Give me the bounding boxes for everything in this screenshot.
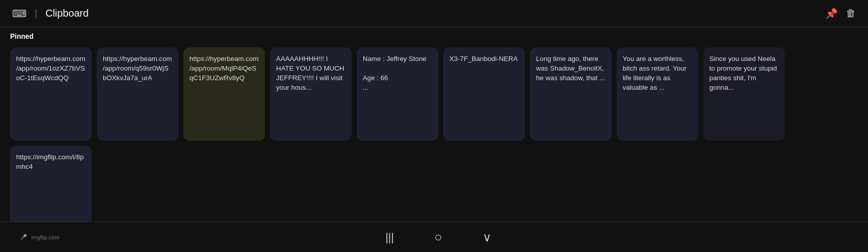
clip-text-5: Name : Jeffrey StoneAge : 66... <box>363 55 427 91</box>
clip-text-2: https://hyperbeam.com/app/room/q59sr0WjS… <box>103 55 172 82</box>
clip-text-10: https://imgflip.com/i/8pmhc4 <box>16 153 84 170</box>
bottom-nav: 🎤 imgflip.com ||| ○ ∨ <box>0 222 868 252</box>
nav-circle-icon[interactable]: ○ <box>434 229 442 245</box>
nav-bars-icon[interactable]: ||| <box>385 231 394 244</box>
trash-icon[interactable]: 🗑 <box>846 8 856 19</box>
clip-text-3: https://hyperbeam.com/app/room/MqlP4iQeS… <box>189 55 258 82</box>
clip-grid: https://hyperbeam.com/app/room/1ozXZ7bVS… <box>0 43 868 222</box>
header: ⌨ | Clipboard 📌 🗑 <box>0 0 868 27</box>
clip-card-1[interactable]: https://hyperbeam.com/app/room/1ozXZ7bVS… <box>10 47 92 141</box>
clip-text-1: https://hyperbeam.com/app/room/1ozXZ7bVS… <box>16 55 85 82</box>
clip-card-9[interactable]: Since you used Neela to promote your stu… <box>703 47 785 141</box>
clip-text-6: X3-7F_Banbodi-NERA <box>449 55 518 62</box>
mic-icon[interactable]: 🎤 <box>20 234 27 240</box>
keyboard-icon[interactable]: ⌨ <box>12 8 27 20</box>
clip-card-6[interactable]: X3-7F_Banbodi-NERA <box>443 47 525 141</box>
nav-chevron-icon[interactable]: ∨ <box>483 230 492 244</box>
clip-card-2[interactable]: https://hyperbeam.com/app/room/q59sr0WjS… <box>97 47 178 141</box>
source-label: imgflip.com <box>31 234 59 240</box>
header-icons: 📌 🗑 <box>825 8 856 20</box>
clip-card-8[interactable]: You are a worthless, bitch ass retard. Y… <box>617 47 698 141</box>
clip-text-4: AAAAAHHHH!!! I HATE YOU SO MUCH JEFFREY!… <box>276 55 344 91</box>
clip-card-3[interactable]: https://hyperbeam.com/app/room/MqlP4iQeS… <box>183 47 265 141</box>
pin-icon[interactable]: 📌 <box>825 8 838 20</box>
section-label: Pinned <box>0 27 868 43</box>
clip-text-7: Long time ago, there was Shadow_BenoitX,… <box>536 55 605 82</box>
clip-text-8: You are a worthless, bitch ass retard. Y… <box>623 55 687 91</box>
bottom-nav-center: ||| ○ ∨ <box>385 229 492 245</box>
clip-card-5[interactable]: Name : Jeffrey StoneAge : 66... <box>357 47 438 141</box>
clip-text-9: Since you used Neela to promote your stu… <box>709 55 777 91</box>
header-left: ⌨ | Clipboard <box>12 8 89 20</box>
clip-card-10[interactable]: https://imgflip.com/i/8pmhc4 <box>10 146 92 222</box>
clip-card-7[interactable]: Long time ago, there was Shadow_BenoitX,… <box>530 47 612 141</box>
clip-card-4[interactable]: AAAAAHHHH!!! I HATE YOU SO MUCH JEFFREY!… <box>270 47 352 141</box>
bottom-nav-left: 🎤 imgflip.com <box>20 234 59 240</box>
page-title: Clipboard <box>45 8 89 19</box>
